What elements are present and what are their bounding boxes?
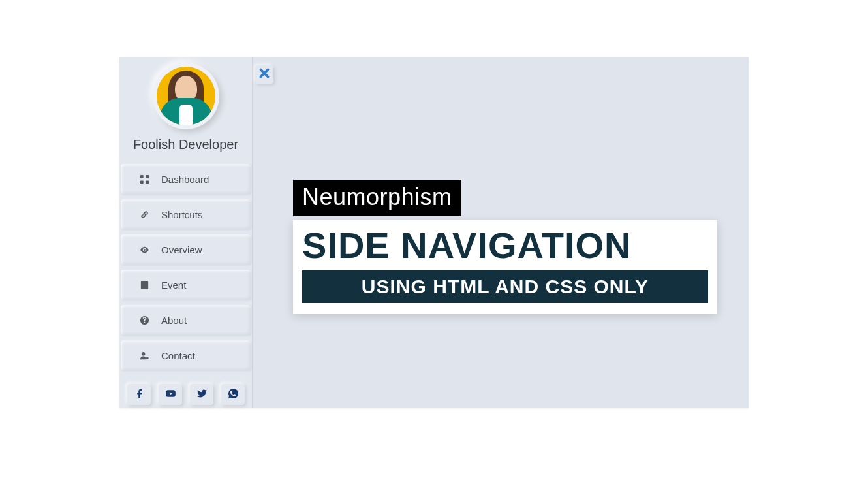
nav-item-overview[interactable]: Overview (121, 234, 251, 265)
nav-item-label: Event (161, 280, 186, 291)
nav-item-label: About (161, 315, 187, 326)
user-icon (139, 350, 149, 361)
svg-point-6 (146, 357, 148, 359)
social-row (127, 384, 245, 405)
nav-item-label: Contact (161, 350, 195, 361)
youtube-icon (166, 389, 176, 401)
nav-item-dashboard[interactable]: Dashboard (121, 164, 251, 194)
avatar-image (157, 67, 215, 125)
avatar[interactable] (153, 63, 219, 129)
eye-icon (139, 244, 149, 255)
avatar-container (119, 57, 252, 137)
nav-item-event[interactable]: Event (121, 270, 251, 300)
grid-icon (139, 174, 149, 184)
banner-card: SIDE NAVIGATION USING HTML AND CSS ONLY (293, 220, 717, 314)
nav-item-about[interactable]: About (121, 305, 251, 335)
svg-rect-3 (146, 180, 149, 184)
svg-rect-0 (140, 174, 143, 178)
svg-point-5 (141, 351, 145, 355)
nav-item-label: Overview (161, 244, 202, 255)
book-icon (139, 280, 149, 290)
nav-item-shortcuts[interactable]: Shortcuts (121, 199, 251, 229)
main-content: Neumorphism SIDE NAVIGATION USING HTML A… (253, 57, 749, 408)
social-youtube[interactable] (159, 384, 182, 405)
sidebar: Foolish Developer Dashboard Shortcuts Ov… (119, 57, 253, 408)
social-twitter[interactable] (190, 384, 213, 405)
social-whatsapp[interactable] (221, 384, 245, 405)
nav-item-contact[interactable]: Contact (121, 340, 251, 370)
question-icon (139, 315, 149, 325)
nav-list: Dashboard Shortcuts Overview Event (119, 164, 252, 370)
twitter-icon (197, 389, 207, 401)
svg-rect-2 (140, 180, 143, 184)
profile-name: Foolish Developer (119, 137, 252, 152)
banner: Neumorphism SIDE NAVIGATION USING HTML A… (293, 180, 717, 314)
link-icon (139, 209, 149, 219)
nav-item-label: Dashboard (161, 174, 209, 185)
app-container: Foolish Developer Dashboard Shortcuts Ov… (119, 57, 749, 408)
facebook-icon (134, 389, 144, 401)
close-icon (258, 67, 270, 82)
nav-item-label: Shortcuts (161, 209, 202, 220)
banner-subtitle: USING HTML AND CSS ONLY (302, 270, 708, 303)
whatsapp-icon (228, 389, 238, 401)
social-facebook[interactable] (127, 384, 151, 405)
svg-rect-1 (146, 174, 149, 178)
close-button[interactable] (255, 65, 273, 84)
banner-title: SIDE NAVIGATION (302, 227, 708, 265)
banner-tag: Neumorphism (293, 180, 461, 216)
